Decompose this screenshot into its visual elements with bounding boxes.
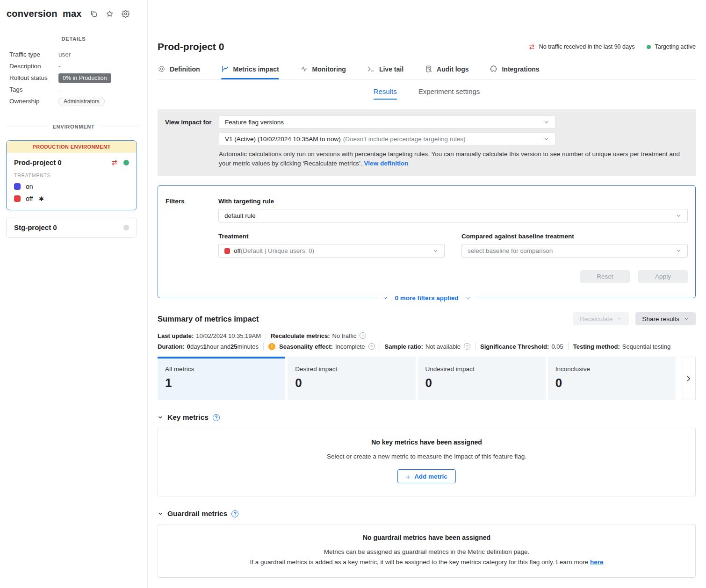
chevron-down-icon [432,248,439,254]
cards-scroll-next-button[interactable] [682,357,696,400]
treatment-select[interactable]: off (Default | Unique users: 0) [218,244,445,258]
tab-integrations[interactable]: Integrations [490,65,539,79]
targeting-active-dot [647,45,651,49]
detail-row-traffic-type: Traffic type user [9,49,138,60]
impact-scope-select[interactable]: Feature flag versions [219,115,555,129]
treatments-heading: TREATMENTS [14,172,129,178]
chevron-down-icon [684,316,689,322]
learn-more-link[interactable]: here [590,559,604,566]
summary-title: Summary of metrics impact [158,315,259,323]
question-icon[interactable]: ? [360,332,366,339]
card-all-metrics[interactable]: All metrics 1 [158,357,285,400]
environment-card-production[interactable]: PRODUCTION ENVIRONMENT Prod-project 0 TR… [6,140,137,210]
targeting-rule-label: With targeting rule [218,198,688,205]
summary-meta-line-2: Duration: 0 days 1 hour and 25 minutes !… [158,343,696,350]
chevron-down-icon [676,213,682,219]
filters-panel: Filters With targeting rule default rule… [158,185,696,298]
metrics-summary-cards: All metrics 1 Desired impact 0 Undesired… [158,357,696,400]
treatment-label: Treatment [218,233,445,240]
environment-active-dot [123,160,129,165]
card-desired-impact[interactable]: Desired impact 0 [288,357,415,400]
reset-button[interactable]: Reset [580,270,630,283]
version-helper-text: Automatic calculations only run on versi… [219,150,688,168]
subtab-results[interactable]: Results [374,87,397,100]
no-traffic-icon [528,43,535,50]
default-treatment-marker-icon: ✱ [39,195,44,202]
treatment-on-swatch [14,183,21,190]
question-icon[interactable]: ? [464,343,470,350]
flag-tabs: Definition Metrics impact Monitoring Liv… [158,65,696,79]
version-select[interactable]: V1 (Active) (10/02/2024 10:35AM to now) … [219,132,555,145]
chevron-down-icon[interactable] [158,511,163,516]
warning-icon: ! [268,343,275,350]
star-icon[interactable] [106,10,114,18]
puzzle-icon [490,65,497,73]
card-inconclusive[interactable]: Inconclusive 0 [548,357,676,400]
subtab-experiment-settings[interactable]: Experiment settings [418,87,480,100]
chevron-down-icon [676,248,682,254]
baseline-select[interactable]: select baseline for comparison [461,244,688,258]
chevron-down-icon [543,119,549,125]
environment-section-heading: ENVIRONMENT [7,124,141,129]
details-section-heading: DETAILS [7,36,141,42]
help-icon[interactable]: ? [231,510,238,517]
tab-definition[interactable]: Definition [158,65,200,79]
targeting-active-status: Targeting active [655,43,696,50]
tab-monitoring[interactable]: Monitoring [300,65,346,79]
results-subtabs: Results Experiment settings [158,87,696,100]
details-list: Traffic type user Description - Rollout … [9,49,138,107]
recalculate-button[interactable]: Recalculate [573,312,629,325]
guardrail-metrics-empty-state: No guardrail metrics have been assigned … [158,524,696,578]
detail-row-tags: Tags - [9,84,138,95]
document-search-icon [425,65,432,73]
key-metrics-empty-state: No key metrics have been assigned Select… [158,428,696,496]
tab-metrics-impact[interactable]: Metrics impact [221,65,279,79]
chevron-down-icon[interactable] [158,415,163,420]
baseline-label: Compared against baseline treatment [461,233,688,240]
guardrail-metrics-section: Guardrail metrics ? No guardrail metrics… [158,509,696,578]
treatment-row-off: off ✱ [14,195,129,202]
flag-title: conversion_max [7,8,82,19]
main-content: Prod-project 0 No traffic received in th… [148,0,706,588]
help-icon[interactable]: ? [213,414,220,421]
card-undesired-impact[interactable]: Undesired impact 0 [418,357,546,400]
detail-row-ownership: Ownership Administrators [9,95,138,107]
add-metric-button[interactable]: + Add metric [397,469,455,483]
key-metrics-section: Key metrics ? No key metrics have been a… [158,413,696,496]
more-filters-toggle[interactable]: 0 more filters applied [377,294,477,301]
question-icon[interactable]: ? [368,343,375,350]
rollout-status-badge: 0% in Production [58,73,111,83]
chevron-right-icon [685,375,692,382]
chevron-down-icon [543,136,549,142]
treatment-off-swatch [14,195,21,202]
chevron-down-icon [382,295,388,301]
production-environment-banner: PRODUCTION ENVIRONMENT [7,141,137,153]
targeting-rule-select[interactable]: default rule [218,209,688,222]
gear-icon[interactable] [122,10,130,18]
share-results-button[interactable]: Share results [635,312,696,325]
environment-card-staging[interactable]: Stg-project 0 [6,217,137,238]
filters-label: Filters [166,198,218,283]
traffic-swap-icon [111,159,118,166]
treatment-row-on: on [14,183,129,190]
detail-row-description: Description - [9,60,138,72]
view-impact-label: View impact for [165,115,219,168]
pulse-icon [300,65,308,73]
view-impact-panel: View impact for Feature flag versions V1… [158,109,696,176]
terminal-icon [367,65,375,73]
summary-meta-line-1: Last update:10/02/2024 10:35:19AM Recalc… [158,332,696,339]
detail-row-rollout-status: Rollout status 0% in Production [9,72,138,84]
no-traffic-status: No traffic received in the last 90 days [539,43,635,50]
sidebar: conversion_max DETAILS Traffic type user… [0,0,148,588]
ownership-pill[interactable]: Administrators [58,97,105,106]
treatment-off-swatch [224,248,230,254]
view-definition-link[interactable]: View definition [364,160,409,167]
page-title: Prod-project 0 [158,41,224,52]
tab-audit-logs[interactable]: Audit logs [425,65,468,79]
guardrail-metrics-title: Guardrail metrics [167,509,227,518]
apply-button[interactable]: Apply [638,270,688,283]
target-icon [158,65,166,73]
tab-live-tail[interactable]: Live tail [367,65,403,79]
copy-icon[interactable] [90,10,98,18]
line-chart-icon [221,65,229,73]
